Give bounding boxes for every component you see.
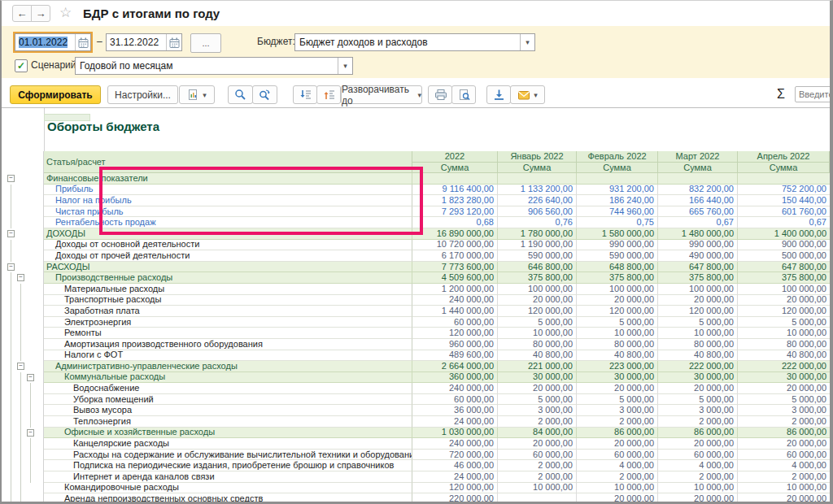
date-from-field[interactable]: 01.01.2022 — [15, 33, 91, 51]
cell-value: 221 000,00 — [498, 361, 577, 372]
report-row: Подписка на периодические издания, приоб… — [2, 460, 830, 471]
chevron-down-icon[interactable]: ▾ — [520, 34, 534, 50]
cell-value: 4 000,00 — [658, 460, 738, 471]
expand-to-button[interactable]: Разворачивать до ▾ — [341, 85, 422, 104]
filter-row-scenario: ✓ Сценарий: Годовой по месяцам ▾ — [2, 57, 830, 76]
row-label[interactable]: РАСХОДЫ — [44, 262, 412, 273]
expand-groups-button[interactable] — [316, 85, 341, 104]
cell-value: 744 960,00 — [577, 206, 658, 218]
cell-value: 120 000,00 — [577, 306, 658, 317]
search-next-button[interactable] — [252, 85, 277, 104]
cell-value: 375 800,00 — [658, 272, 738, 284]
row-label[interactable]: Прибыль — [44, 185, 412, 196]
tree-guide-line — [30, 383, 31, 394]
chevron-down-icon: ▾ — [534, 91, 538, 99]
calendar-icon[interactable] — [75, 34, 90, 50]
row-label: Материальные расходы — [44, 284, 412, 295]
row-label[interactable]: ДОХОДЫ — [44, 228, 412, 240]
row-label: Доходы от основной деятельности — [44, 240, 412, 251]
cell-value: 60 000,00 — [577, 450, 658, 461]
report-row: −Административно-управленческие расходы2… — [2, 361, 830, 372]
cell-value: 1 780 000,00 — [498, 228, 577, 240]
budget-value: Бюджет доходов и расходов — [295, 37, 520, 48]
calendar-icon[interactable] — [166, 34, 181, 50]
tree-guide-line — [30, 450, 31, 461]
title-bar: ← → ☆ БДР с итогами по году — [2, 1, 830, 26]
cell-value: 1 440 000,00 — [412, 306, 498, 317]
save-button[interactable] — [486, 85, 511, 104]
cell-value: 86 000,00 — [738, 428, 830, 439]
row-label: Заработная плата — [44, 306, 412, 317]
cell-value: 0,76 — [498, 217, 577, 228]
collapse-expander-icon[interactable]: − — [7, 175, 15, 182]
cell-value: 5 000,00 — [738, 394, 830, 406]
budget-select[interactable]: Бюджет доходов и расходов ▾ — [294, 33, 535, 51]
report-column-header: Апрель 2022Сумма — [738, 151, 830, 173]
collapse-expander-icon[interactable]: − — [27, 374, 34, 381]
column-period-label: 2022 — [412, 151, 498, 163]
collapse-expander-icon[interactable]: − — [17, 274, 24, 281]
print-button[interactable] — [428, 85, 452, 104]
date-to-field[interactable]: 31.12.2022 — [106, 33, 182, 51]
cell-value: 30 000,00 — [498, 372, 577, 384]
cell-value: 752 200,00 — [738, 185, 830, 196]
search-button[interactable] — [228, 85, 253, 104]
row-label[interactable]: Финансовые показатели — [44, 173, 412, 185]
back-button[interactable]: ← — [12, 5, 32, 22]
cell-value: 10 000,00 — [738, 483, 830, 494]
scenario-checkbox[interactable]: ✓ — [15, 59, 28, 72]
cell-value: 10 000,00 — [658, 328, 738, 339]
cell-value: 20 000,00 — [658, 493, 738, 502]
tree-guide-line — [20, 306, 21, 317]
collapse-expander-icon[interactable]: − — [27, 429, 34, 437]
preview-button[interactable] — [451, 85, 476, 104]
row-tree-gutter — [2, 317, 44, 328]
settings-button[interactable]: Настройки... — [107, 85, 178, 104]
tree-guide-line — [30, 394, 31, 406]
row-tree-gutter: − — [2, 372, 44, 384]
cell-value: 240 000,00 — [412, 383, 498, 394]
row-label[interactable]: Офисные и хозяйственные расходы — [44, 428, 412, 439]
row-label[interactable]: Чистая прибыль — [44, 206, 412, 218]
row-label[interactable]: Административно-управленческие расходы — [44, 361, 412, 372]
tree-guide-line — [11, 493, 11, 502]
cell-value: 24 000,00 — [412, 416, 498, 428]
tree-guide-line — [20, 450, 21, 461]
row-label[interactable]: Налог на прибыль — [44, 195, 412, 206]
generate-button[interactable]: Сформировать — [10, 85, 101, 104]
row-label[interactable]: Коммунальные расходы — [44, 372, 412, 384]
favorite-star-icon[interactable]: ☆ — [59, 4, 72, 21]
cell-value: 20 000,00 — [577, 295, 658, 306]
forward-button[interactable]: → — [31, 5, 50, 22]
report-row: Аренда непроизводственных основных средс… — [2, 493, 830, 502]
row-label: Налоги с ФОТ — [44, 350, 412, 362]
cell-value: 20 000,00 — [658, 383, 738, 394]
report-row: Рентабельность продаж0,680,760,750,670,6… — [2, 217, 830, 228]
app-window: ← → ☆ БДР с итогами по году 01.01.2022 –… — [0, 0, 833, 504]
tree-guide-line — [20, 339, 21, 350]
row-tree-gutter: − — [2, 262, 44, 273]
row-label[interactable]: Производственные расходы — [44, 272, 412, 284]
column-period-label: Апрель 2022 — [738, 151, 830, 163]
scenario-select[interactable]: Годовой по месяцам ▾ — [75, 57, 353, 75]
report-variants-button[interactable]: ▾ — [179, 85, 215, 104]
report-row: Ремонты120 000,0010 000,0010 000,0010 00… — [2, 328, 830, 339]
tree-guide-line — [30, 438, 31, 450]
row-label[interactable]: Рентабельность продаж — [44, 217, 412, 228]
column-sum-label: Сумма — [658, 163, 738, 174]
collapse-groups-button[interactable] — [293, 85, 317, 104]
tree-guide-line — [11, 250, 11, 262]
collapse-expander-icon[interactable]: − — [7, 230, 15, 237]
row-tree-gutter — [2, 460, 44, 471]
window-title: БДР с итогами по году — [83, 7, 220, 20]
send-mail-button[interactable]: ▾ — [510, 85, 545, 104]
quick-search-input[interactable] — [795, 86, 833, 102]
cell-value: 5 000,00 — [498, 394, 577, 406]
cell-value: 906 560,00 — [498, 206, 577, 218]
period-more-button[interactable]: ... — [190, 33, 221, 53]
collapse-expander-icon[interactable]: − — [17, 363, 24, 370]
chevron-down-icon[interactable]: ▾ — [338, 58, 352, 74]
cell-value: 20 000,00 — [738, 493, 830, 502]
cell-value: 30 000,00 — [577, 372, 658, 384]
collapse-expander-icon[interactable]: − — [7, 263, 15, 271]
